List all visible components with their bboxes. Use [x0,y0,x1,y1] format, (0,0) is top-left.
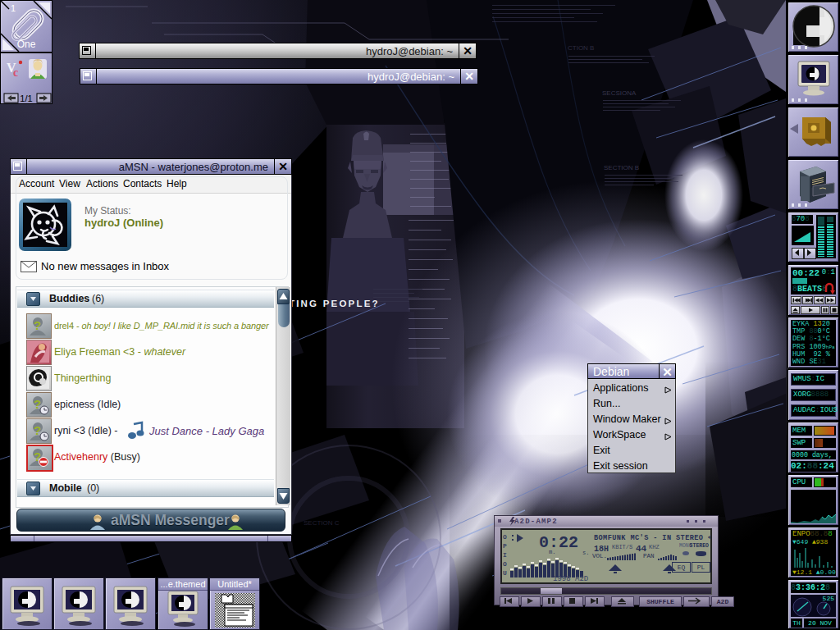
svg-text:U: U [503,569,507,577]
svg-text:?: ? [34,318,41,332]
svg-text:O: O [503,533,507,541]
svg-text:c: c [13,66,18,79]
svg-text:I: I [503,551,507,559]
svg-text:One: One [17,39,36,50]
svg-text:CTION B: CTION B [568,44,594,52]
svg-text:SECTION B: SECTION B [604,164,639,171]
svg-text:SECSIONA: SECSIONA [602,89,637,97]
svg-text:1/1: 1/1 [20,94,32,103]
svg-text:SECTION C: SECTION C [304,519,340,527]
svg-text:TING PEOPLE?: TING PEOPLE? [289,299,380,308]
svg-text:P: P [503,542,507,550]
svg-text:O: O [503,560,507,568]
svg-text:1: 1 [11,3,16,13]
